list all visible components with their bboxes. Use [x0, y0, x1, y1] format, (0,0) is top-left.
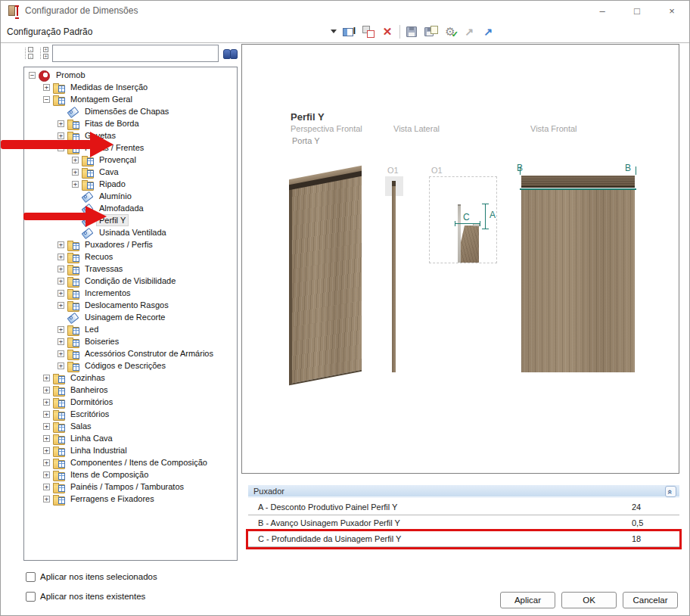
tree-item-label[interactable]: Banheiros [68, 384, 110, 395]
tree-item-label[interactable]: Medidas de Inserção [68, 82, 150, 92]
tree-item-travessas[interactable]: +Travessas [24, 263, 237, 275]
expand-plus-icon[interactable]: + [58, 266, 64, 272]
tree-item-label[interactable]: Dimensões de Chapas [82, 106, 171, 117]
tree-item-label[interactable]: Alumínio [97, 191, 134, 201]
tree-item-escritorios[interactable]: +Escritórios [24, 408, 237, 420]
tree-item-label[interactable]: Recuos [82, 251, 115, 262]
tree-item-label[interactable]: Fitas de Borda [82, 118, 141, 129]
tree-item-label[interactable]: Usinada Ventilada [97, 227, 169, 238]
property-value-field[interactable]: 0,5 [632, 518, 643, 527]
tree-item-label[interactable]: Escritórios [68, 409, 111, 419]
expand-plus-icon[interactable]: + [58, 254, 64, 260]
apply-option-row[interactable]: Aplicar nos itens selecionados [26, 570, 157, 583]
aplicar-button[interactable]: Aplicar [500, 592, 555, 608]
expand-plus-icon[interactable]: + [72, 181, 79, 188]
expand-plus-icon[interactable]: + [43, 399, 50, 406]
tree-item-acessorios-construtor-de-armarios[interactable]: +Acessórios Construtor de Armários [24, 347, 237, 359]
tree-item-label[interactable]: Dormitórios [68, 397, 115, 407]
close-button[interactable]: × [654, 1, 689, 20]
collapse-minus-icon[interactable]: − [29, 72, 36, 79]
tree-item-promob[interactable]: −Promob [24, 69, 237, 81]
tree-item-deslocamento-rasgos[interactable]: +Deslocamento Rasgos [24, 299, 237, 311]
tree-item-label[interactable]: Itens de Composição [68, 469, 151, 480]
tree-item-label[interactable]: Usinagem de Recorte [82, 312, 167, 322]
expand-plus-icon[interactable]: + [58, 362, 64, 369]
duplicate-icon[interactable] [362, 25, 375, 39]
tree-item-componentes-itens-de-composicao[interactable]: +Componentes / Itens de Composição [24, 456, 237, 468]
tree-item-usinagem-de-recorte[interactable]: Usinagem de Recorte [24, 311, 237, 323]
search-input[interactable] [52, 45, 219, 62]
tree-item-fitas-de-borda[interactable]: +Fitas de Borda [24, 117, 237, 129]
apply-config-gear-icon[interactable]: ⚙ [443, 25, 457, 39]
tree-item-label[interactable]: Códigos e Descrições [82, 360, 168, 371]
tree-item-label[interactable]: Cozinhas [68, 372, 107, 383]
collapse-all-icon[interactable]: -- [23, 47, 35, 60]
tree-item-label[interactable]: Travessas [82, 263, 125, 274]
tree-item-aluminio[interactable]: Alumínio [24, 190, 237, 202]
expand-plus-icon[interactable]: + [43, 375, 50, 381]
rename-icon[interactable] [343, 25, 356, 39]
tree-item-label[interactable]: Incrementos [82, 288, 133, 298]
expand-plus-icon[interactable]: + [43, 471, 50, 478]
tree-item-label[interactable]: Deslocamento Rasgos [82, 300, 171, 310]
tree-item-label[interactable]: Linha Cava [68, 433, 115, 443]
tree-item-label[interactable]: Painéis / Tampos / Tamburatos [68, 481, 186, 492]
expand-plus-icon[interactable]: + [58, 350, 64, 357]
checkbox[interactable] [26, 572, 36, 582]
checkbox[interactable] [26, 592, 36, 602]
tree-item-label[interactable]: Linha Industrial [68, 445, 129, 456]
tree-item-label[interactable]: Acessórios Construtor de Armários [82, 348, 216, 359]
expand-plus-icon[interactable]: + [72, 169, 79, 176]
tree-item-ferragens-e-fixadores[interactable]: +Ferragens e Fixadores [24, 493, 237, 505]
expand-plus-icon[interactable]: + [58, 120, 64, 127]
expand-plus-icon[interactable]: + [43, 484, 50, 490]
save-as-icon[interactable] [424, 25, 438, 39]
property-value-field[interactable]: 24 [632, 502, 641, 512]
tree-item-medidas-de-insercao[interactable]: +Medidas de Inserção [24, 81, 237, 93]
expand-plus-icon[interactable]: + [43, 496, 50, 502]
expand-plus-icon[interactable]: + [43, 84, 50, 91]
tree-item-label[interactable]: Montagem Geral [68, 94, 135, 104]
apply-option-row[interactable]: Aplicar nos itens existentes [26, 590, 157, 603]
collapse-group-icon[interactable]: « [665, 486, 676, 497]
tree-item-dormitorios[interactable]: +Dormitórios [24, 396, 237, 408]
expand-plus-icon[interactable]: + [58, 278, 64, 285]
maximize-button[interactable]: □ [620, 1, 654, 20]
export-arrow-icon[interactable]: ↗ [481, 25, 495, 39]
tree-item-label[interactable]: Promob [54, 70, 88, 80]
expand-plus-icon[interactable]: + [58, 290, 64, 297]
tree-item-codigos-e-descricoes[interactable]: +Códigos e Descrições [24, 359, 237, 372]
property-value-field[interactable]: 18 [632, 534, 641, 543]
tree-item-usinada-ventilada[interactable]: Usinada Ventilada [24, 226, 237, 238]
tree-item-label[interactable]: Cava [97, 166, 121, 177]
tree-item-salas[interactable]: +Salas [24, 420, 237, 432]
expand-plus-icon[interactable]: + [43, 435, 50, 442]
tree-item-condicao-de-visibilidade[interactable]: +Condição de Visibilidade [24, 275, 237, 287]
tree-item-label[interactable]: Ferragens e Fixadores [68, 493, 157, 504]
tree-item-cozinhas[interactable]: +Cozinhas [24, 372, 237, 384]
tree-item-cava[interactable]: +Cava [24, 166, 237, 178]
tree-item-linha-industrial[interactable]: +Linha Industrial [24, 444, 237, 456]
expand-plus-icon[interactable]: + [43, 459, 50, 466]
expand-plus-icon[interactable]: + [43, 447, 50, 454]
expand-plus-icon[interactable]: + [43, 423, 50, 430]
tree-item-label[interactable]: Ripado [97, 179, 128, 189]
expand-plus-icon[interactable]: + [58, 338, 64, 345]
tree-item-label[interactable]: Salas [68, 421, 94, 431]
expand-plus-icon[interactable]: + [43, 411, 50, 418]
expand-plus-icon[interactable]: + [58, 302, 64, 309]
save-icon[interactable] [406, 25, 419, 39]
tree-item-linha-cava[interactable]: +Linha Cava [24, 432, 237, 444]
tree-item-label[interactable]: Componentes / Itens de Composição [68, 457, 210, 468]
tree-item-label[interactable]: Puxadores / Perfis [82, 239, 155, 250]
tree-item-puxadores-perfis[interactable]: +Puxadores / Perfis [24, 238, 237, 250]
import-arrow-icon[interactable]: ↗ [462, 25, 476, 39]
tree-item-recuos[interactable]: +Recuos [24, 250, 237, 263]
tree-item-montagem-geral[interactable]: −Montagem Geral [24, 93, 237, 105]
configuration-select[interactable]: Configuração Padrão [7, 26, 92, 37]
tree-item-incrementos[interactable]: +Incrementos [24, 287, 237, 299]
tree-item-label[interactable]: Boiseries [82, 336, 121, 347]
minimize-button[interactable]: – [585, 1, 620, 20]
tree-item-banheiros[interactable]: +Banheiros [24, 384, 237, 396]
delete-icon[interactable]: ✕ [381, 25, 394, 39]
